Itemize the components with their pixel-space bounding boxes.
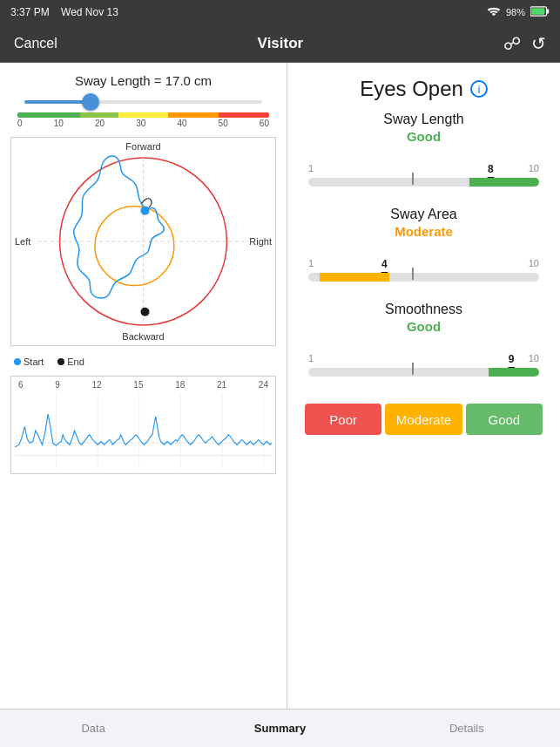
- gauge-track-sway-length: [308, 178, 539, 187]
- sway-path-box: Forward Backward Left Right: [10, 137, 276, 346]
- scale-colors: [17, 112, 269, 118]
- slider-track: [24, 100, 262, 104]
- tab-details[interactable]: Details: [374, 713, 560, 744]
- label-left: Left: [15, 236, 30, 247]
- gauge-sway-area: 4 ▼ 1 10: [308, 258, 539, 289]
- left-panel: Sway Length = 17.0 cm 0 10 20 30 40 50 6…: [0, 63, 287, 709]
- slider-thumb[interactable]: [82, 93, 99, 111]
- metric-smoothness: Smoothness Good 9 ▼ 1 10: [305, 302, 543, 384]
- svg-point-7: [140, 207, 149, 215]
- book-icon[interactable]: ☍: [503, 33, 521, 54]
- tab-summary[interactable]: Summary: [186, 713, 373, 744]
- metric-status-smoothness: Good: [305, 319, 543, 334]
- legend-moderate: Moderate: [385, 404, 462, 435]
- refresh-icon[interactable]: ↺: [531, 33, 546, 54]
- nav-right: ☍ ↺: [503, 33, 546, 54]
- gauge-labels-sway-length: 1 10: [308, 163, 539, 173]
- gauge-smoothness: 9 ▼ 1 10: [308, 353, 539, 384]
- metric-title-sway-area: Sway Area: [305, 207, 543, 222]
- status-bar: 3:37 PM Wed Nov 13 98%: [0, 0, 560, 24]
- time-chart-section: 6 9 12 15 18 21 24: [10, 376, 276, 474]
- svg-point-8: [140, 308, 149, 316]
- main-content: Sway Length = 17.0 cm 0 10 20 30 40 50 6…: [0, 63, 560, 709]
- info-icon[interactable]: i: [470, 80, 488, 98]
- metric-title-smoothness: Smoothness: [305, 302, 543, 317]
- gauge-track-smoothness: [308, 368, 539, 377]
- sway-path-svg: [11, 138, 275, 345]
- gauge-mid-smoothness: [412, 363, 414, 375]
- sway-length-section: Sway Length = 17.0 cm 0 10 20 30 40 50 6…: [10, 73, 276, 128]
- nav-title: Visitor: [258, 35, 304, 52]
- legend-row-bottom: Poor Moderate Good: [305, 404, 543, 435]
- gauge-mid-sway-area: [412, 268, 414, 280]
- nav-bar: Cancel Visitor ☍ ↺: [0, 24, 560, 63]
- battery-text: 98%: [506, 7, 525, 17]
- metric-sway-area: Sway Area Moderate 4 ▼ 1 10: [305, 207, 543, 289]
- label-backward: Backward: [122, 331, 164, 342]
- eyes-open-header: Eyes Open i: [305, 77, 543, 101]
- metric-status-sway-area: Moderate: [305, 224, 543, 239]
- path-legend: Start End: [10, 357, 276, 367]
- label-right: Right: [249, 236, 272, 247]
- label-forward: Forward: [125, 141, 160, 152]
- svg-rect-1: [547, 9, 550, 13]
- gauge-labels-sway-area: 1 10: [308, 258, 539, 268]
- metric-status-sway-length: Good: [305, 129, 543, 144]
- tab-data[interactable]: Data: [0, 713, 186, 744]
- sway-slider[interactable]: [24, 93, 262, 111]
- time-chart-svg: [15, 391, 272, 470]
- gauge-sway-length: 8 ▼ 1 10: [308, 163, 539, 194]
- status-time-date: 3:37 PM Wed Nov 13: [10, 6, 118, 18]
- battery-icon: [530, 6, 550, 18]
- right-panel: Eyes Open i Sway Length Good 8 ▼ 1 10: [287, 63, 560, 709]
- gauge-labels-smoothness: 1 10: [308, 353, 539, 363]
- scale-ticks: 0 10 20 30 40 50 60: [17, 119, 269, 128]
- svg-point-4: [95, 207, 174, 286]
- gauge-mid-sway-length: [412, 173, 414, 185]
- metric-sway-length: Sway Length Good 8 ▼ 1 10: [305, 112, 543, 194]
- cancel-button[interactable]: Cancel: [14, 36, 57, 51]
- legend-good: Good: [466, 404, 543, 435]
- gauge-track-sway-area: [308, 273, 539, 282]
- metric-title-sway-length: Sway Length: [305, 112, 543, 127]
- chart-scale: 6 9 12 15 18 21 24: [15, 380, 272, 390]
- legend-poor: Poor: [305, 404, 381, 435]
- svg-rect-9: [15, 393, 272, 468]
- svg-rect-2: [531, 8, 544, 15]
- wifi-icon: [487, 6, 501, 18]
- nav-left: Cancel: [14, 36, 57, 51]
- status-icons: 98%: [487, 6, 550, 18]
- tab-bar: Data Summary Details: [0, 709, 560, 747]
- sway-length-title: Sway Length = 17.0 cm: [10, 73, 276, 88]
